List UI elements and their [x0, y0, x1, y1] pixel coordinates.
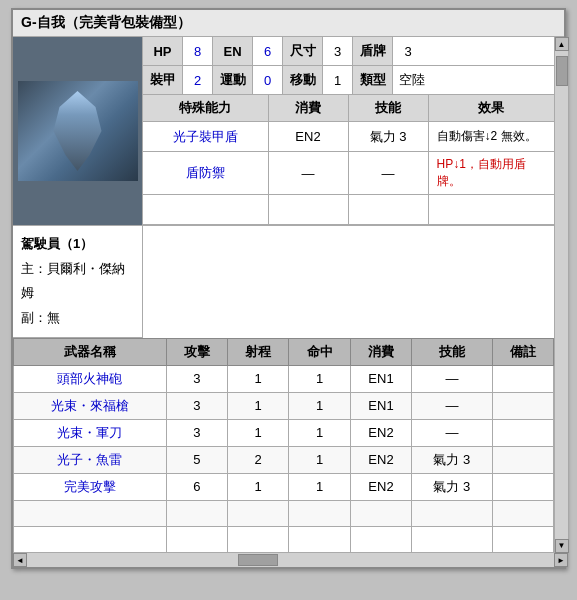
weapon-2-atk: 3 — [166, 392, 227, 419]
empty-1-2 — [166, 500, 227, 526]
scroll-right-button[interactable]: ► — [554, 553, 568, 567]
weapon-3-name: 光束・軍刀 — [14, 419, 167, 446]
left-arrow-icon: ◄ — [16, 556, 24, 565]
vertical-scrollbar[interactable]: ▲ ▼ — [554, 37, 568, 553]
weapon-1-skill: — — [412, 365, 492, 392]
ability-1-name: 光子裝甲盾 — [143, 122, 269, 151]
ability-3-cost-empty — [269, 195, 349, 224]
empty-2-4 — [289, 526, 350, 552]
weapon-3-note — [492, 419, 553, 446]
main-window: G-自我（完美背包裝備型） HP 8 EN 6 尺寸 3 盾牌 — [11, 8, 566, 569]
armor-label: 裝甲 — [143, 66, 183, 94]
weapon-col-skill: 技能 — [412, 338, 492, 365]
weapon-col-range: 射程 — [228, 338, 289, 365]
empty-1-1 — [14, 500, 167, 526]
ability-3-skill-empty — [349, 195, 429, 224]
weapon-4-hit: 1 — [289, 446, 350, 473]
weapon-row-1: 頭部火神砲 3 1 1 EN1 — — [14, 365, 554, 392]
weapon-3-cost: EN2 — [350, 419, 411, 446]
weapon-5-note — [492, 473, 553, 500]
empty-2-2 — [166, 526, 227, 552]
type-label: 類型 — [353, 66, 393, 94]
pilot-title: 駕駛員（1） — [21, 232, 134, 257]
weapon-col-note: 備註 — [492, 338, 553, 365]
ability-col-effect: 效果 — [429, 95, 555, 121]
hscroll-track[interactable] — [27, 553, 554, 567]
stats-grid: HP 8 EN 6 尺寸 3 盾牌 3 裝甲 2 運動 0 — [143, 37, 554, 225]
empty-2-3 — [228, 526, 289, 552]
ability-col-cost: 消費 — [269, 95, 349, 121]
stats-row-2: 裝甲 2 運動 0 移動 1 類型 空陸 — [143, 66, 554, 95]
hp-value: 8 — [183, 37, 213, 65]
weapon-4-name: 光子・魚雷 — [14, 446, 167, 473]
scroll-down-button[interactable]: ▼ — [555, 539, 569, 553]
weapon-4-note — [492, 446, 553, 473]
weapon-row-4: 光子・魚雷 5 2 1 EN2 氣力 3 — [14, 446, 554, 473]
pilot-main: 主：貝爾利・傑納姆 — [21, 257, 134, 306]
move-value: 0 — [253, 66, 283, 94]
weapon-empty-row-1 — [14, 500, 554, 526]
weapon-1-atk: 3 — [166, 365, 227, 392]
weapon-4-skill: 氣力 3 — [412, 446, 492, 473]
up-arrow-icon: ▲ — [558, 40, 566, 49]
weapon-2-hit: 1 — [289, 392, 350, 419]
weapon-5-name: 完美攻擊 — [14, 473, 167, 500]
empty-1-3 — [228, 500, 289, 526]
empty-2-1 — [14, 526, 167, 552]
weapon-1-hit: 1 — [289, 365, 350, 392]
empty-2-7 — [492, 526, 553, 552]
type-value: 空陸 — [393, 66, 431, 94]
ability-1-effect: 自動傷害↓2 無效。 — [429, 122, 555, 151]
top-section: HP 8 EN 6 尺寸 3 盾牌 3 裝甲 2 運動 0 — [13, 37, 554, 226]
weapons-header-row: 武器名稱 攻擊 射程 命中 消費 技能 備註 — [14, 338, 554, 365]
hscroll-thumb[interactable] — [238, 554, 278, 566]
ability-row-2: 盾防禦 — — HP↓1，自動用盾牌。 — [143, 152, 554, 195]
ability-2-skill: — — [349, 152, 429, 194]
unit-sprite — [18, 81, 138, 181]
stats-row-1: HP 8 EN 6 尺寸 3 盾牌 3 — [143, 37, 554, 66]
weapon-col-cost: 消費 — [350, 338, 411, 365]
ability-3-name-empty — [143, 195, 269, 224]
weapon-2-skill: — — [412, 392, 492, 419]
weapon-4-atk: 5 — [166, 446, 227, 473]
ability-2-effect: HP↓1，自動用盾牌。 — [429, 152, 555, 194]
weapon-2-range: 1 — [228, 392, 289, 419]
title-bar: G-自我（完美背包裝備型） — [13, 10, 564, 37]
scroll-thumb[interactable] — [556, 56, 568, 86]
weapon-5-atk: 6 — [166, 473, 227, 500]
weapon-1-range: 1 — [228, 365, 289, 392]
hp-label: HP — [143, 37, 183, 65]
weapon-col-atk: 攻擊 — [166, 338, 227, 365]
scroll-track[interactable] — [556, 51, 568, 539]
content-wrapper: HP 8 EN 6 尺寸 3 盾牌 3 裝甲 2 運動 0 — [13, 37, 568, 567]
abilities-header: 特殊能力 消費 技能 效果 — [143, 95, 554, 122]
weapons-table: 武器名稱 攻擊 射程 命中 消費 技能 備註 頭部火神砲 3 1 — [13, 338, 554, 553]
size-value: 3 — [323, 37, 353, 65]
weapon-4-cost: EN2 — [350, 446, 411, 473]
weapon-4-range: 2 — [228, 446, 289, 473]
weapon-row-3: 光束・軍刀 3 1 1 EN2 — — [14, 419, 554, 446]
pilot-panel: 駕駛員（1） 主：貝爾利・傑納姆 副：無 — [13, 226, 143, 338]
down-arrow-icon: ▼ — [558, 541, 566, 550]
weapon-row-2: 光束・來福槍 3 1 1 EN1 — — [14, 392, 554, 419]
right-arrow-icon: ► — [557, 556, 565, 565]
empty-1-7 — [492, 500, 553, 526]
empty-1-4 — [289, 500, 350, 526]
ability-1-skill: 氣力 3 — [349, 122, 429, 151]
weapon-3-range: 1 — [228, 419, 289, 446]
weapon-1-cost: EN1 — [350, 365, 411, 392]
unit-image — [13, 37, 143, 225]
weapon-5-range: 1 — [228, 473, 289, 500]
weapon-3-atk: 3 — [166, 419, 227, 446]
horizontal-scrollbar[interactable]: ◄ ► — [13, 553, 568, 567]
ability-row-3-empty — [143, 195, 554, 225]
weapon-3-skill: — — [412, 419, 492, 446]
pilot-sub: 副：無 — [21, 306, 134, 331]
weapon-2-cost: EN1 — [350, 392, 411, 419]
main-content: HP 8 EN 6 尺寸 3 盾牌 3 裝甲 2 運動 0 — [13, 37, 554, 553]
scroll-up-button[interactable]: ▲ — [555, 37, 569, 51]
ability-col-skill: 技能 — [349, 95, 429, 121]
empty-2-6 — [412, 526, 492, 552]
ability-row-1: 光子裝甲盾 EN2 氣力 3 自動傷害↓2 無效。 — [143, 122, 554, 152]
scroll-left-button[interactable]: ◄ — [13, 553, 27, 567]
